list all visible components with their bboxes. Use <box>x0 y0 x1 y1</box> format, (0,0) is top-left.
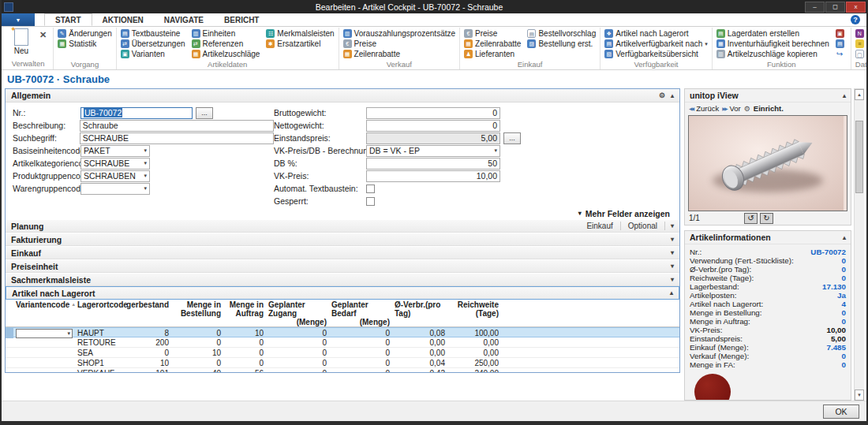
vk-preis-db-berechnung-select[interactable]: DB = VK - EP▾ <box>366 145 500 157</box>
show-more-fields-link[interactable]: ▾ Mehr Felder anzeigen <box>6 207 679 219</box>
rotate-left-button[interactable]: ↺ <box>744 213 758 224</box>
ok-button[interactable]: OK <box>823 404 859 419</box>
reichweite-cell[interactable]: 0,00 <box>447 349 501 357</box>
ribbon-button[interactable]: ♟Lieferanten <box>464 49 521 59</box>
automat-textbaustein-checkbox[interactable] <box>366 185 375 193</box>
geplanter-zugang-cell[interactable]: 0 <box>266 369 329 373</box>
nr-lookup-button[interactable]: ... <box>196 107 213 119</box>
scroll-down-icon[interactable]: ▼ <box>855 390 864 401</box>
table-row[interactable]: ▾ SHOP1 10 0 0 0 0 0,04 250,00 <box>6 358 679 368</box>
lagerbestand-cell[interactable]: 0 <box>127 349 171 357</box>
geplanter-bedarf-cell[interactable]: 0 <box>329 329 392 337</box>
variantencode-cell[interactable]: ▾ <box>13 359 75 368</box>
scrollbar-thumb[interactable] <box>855 121 863 193</box>
nettogewicht-field[interactable]: 0 <box>366 120 500 132</box>
ribbon-button[interactable]: ▤Bestellvorschlag <box>527 28 596 39</box>
verbrauch-pro-tag-cell[interactable]: 0,00 <box>392 349 447 357</box>
info-value[interactable]: 10,00 <box>826 326 846 334</box>
geplanter-zugang-cell[interactable]: 0 <box>266 338 329 347</box>
ribbon-button[interactable]: ⇄Übersetzungen <box>121 39 185 49</box>
ribbon-button[interactable]: ▦Zeilenrabatte <box>464 39 521 49</box>
lagerbestand-cell[interactable]: 10 <box>127 359 171 367</box>
new-button[interactable]: ✦ Neu <box>9 28 33 58</box>
column-header[interactable]: Menge in Bestellung <box>171 300 223 318</box>
bruttogewicht-field[interactable]: 0 <box>366 107 500 119</box>
ribbon-button[interactable]: ▤Lagerdaten erstellen <box>716 28 829 39</box>
ribbon-button[interactable]: ▤ <box>836 39 847 49</box>
info-value[interactable]: 4 <box>842 300 846 308</box>
forward-button[interactable]: Vor <box>730 104 741 113</box>
info-value[interactable]: 0 <box>842 265 846 274</box>
lagerbestand-cell[interactable]: 101 <box>127 369 171 373</box>
menge-in-bestellung-cell[interactable]: 0 <box>171 329 223 337</box>
fasttab-header[interactable]: Sachmerkmalsleiste ▾ <box>6 273 679 286</box>
info-value[interactable]: 5,00 <box>831 334 846 343</box>
info-value[interactable]: 0 <box>842 274 846 282</box>
nr-field[interactable]: UB-70072 <box>80 107 193 119</box>
ribbon-button[interactable]: ▥Artikelzuschläge kopieren <box>716 49 829 59</box>
reichweite-cell[interactable]: 240,00 <box>447 369 501 373</box>
geplanter-bedarf-cell[interactable]: 0 <box>329 349 392 357</box>
column-header[interactable]: Variantencode▲ <box>13 300 75 309</box>
column-header[interactable]: Ø-Verbr.(pro Tag) <box>392 300 447 318</box>
fasttab-allgemein-header[interactable]: Allgemein ⚙ ▴ <box>6 89 679 103</box>
beschreibung-field[interactable]: Schraube <box>80 120 274 132</box>
vk-preis-field[interactable]: 10,00 <box>366 170 500 182</box>
ribbon-button[interactable]: NOneNote <box>855 28 866 39</box>
fasttab-header[interactable]: Preiseinheit ▾ <box>6 259 679 273</box>
ribbon-button[interactable]: ▥Vorauszahlungsprozentsätze <box>343 28 455 39</box>
info-value[interactable]: 0 <box>842 352 846 360</box>
info-value[interactable]: 7.485 <box>826 343 846 352</box>
geplanter-bedarf-cell[interactable]: 0 <box>329 359 392 367</box>
ribbon-button[interactable]: ▨Bestellung erst. <box>527 39 596 49</box>
menge-in-auftrag-cell[interactable]: 10 <box>223 329 266 337</box>
geplanter-zugang-cell[interactable]: 0 <box>266 359 329 367</box>
fasttab-header[interactable]: Einkauf ▾ <box>6 246 679 259</box>
ribbon-button[interactable]: ▥Einheiten <box>192 28 260 39</box>
row-selector[interactable] <box>6 348 13 358</box>
verbrauch-pro-tag-cell[interactable]: 0,00 <box>392 338 447 347</box>
ribbon-button[interactable]: ▤Artikelverfügbarkeit nach▾ <box>604 39 708 49</box>
db-prozent-field[interactable]: 50 <box>366 158 500 170</box>
info-value[interactable]: 17.130 <box>822 282 846 291</box>
ribbon-tab[interactable]: AKTIONEN <box>92 13 154 26</box>
table-row[interactable]: ▾ RETOURE 200 0 0 0 0 0,00 0,00 <box>6 337 679 348</box>
geplanter-bedarf-cell[interactable]: 0 <box>329 338 392 347</box>
ribbon-tab[interactable]: START <box>44 13 92 26</box>
ribbon-button[interactable]: ☷Merkmalsleisten <box>266 28 334 39</box>
fasttab-artikel-nach-lagerort-header[interactable]: Artikel nach Lagerort ▴ <box>6 286 679 300</box>
info-value[interactable]: UB-70072 <box>810 248 846 256</box>
ribbon-button[interactable]: €Preise <box>464 28 521 39</box>
geplanter-zugang-cell[interactable]: 0 <box>266 329 329 337</box>
artikelinformationen-header[interactable]: Artikelinformationen ▴ <box>685 231 851 244</box>
back-button[interactable]: Zurück <box>696 104 719 113</box>
menge-in-bestellung-cell[interactable]: 0 <box>171 338 223 347</box>
artikelkategoriencode-select[interactable]: SCHRAUBE▾ <box>80 158 150 170</box>
iview-header[interactable]: unitop iView ▴ <box>685 89 851 103</box>
table-row[interactable]: ▾ SEA 0 10 0 0 0 0,00 0,00 <box>6 348 679 358</box>
menge-in-bestellung-cell[interactable]: 10 <box>171 349 223 357</box>
ribbon-button[interactable]: ≡Notizen <box>855 39 866 49</box>
fasttab-header[interactable]: Fakturierung ▾ <box>6 233 679 246</box>
row-selector[interactable] <box>6 337 13 348</box>
ribbon-button[interactable]: ⇄Referenzen <box>192 39 260 49</box>
vertical-scrollbar[interactable]: ▲ ▼ <box>854 88 864 401</box>
reichweite-cell[interactable]: 0,00 <box>447 338 501 347</box>
menge-in-bestellung-cell[interactable]: 0 <box>171 359 223 367</box>
minimize-button[interactable]: – <box>805 2 825 13</box>
setup-gear-icon[interactable]: ⚙ <box>744 105 750 113</box>
menge-in-auftrag-cell[interactable]: 56 <box>223 369 266 373</box>
variantencode-cell[interactable]: ▾ <box>13 329 75 338</box>
row-selector[interactable] <box>6 358 13 368</box>
column-header[interactable]: Menge in Auftrag <box>223 300 266 318</box>
info-value[interactable]: Ja <box>837 291 846 300</box>
ribbon-button[interactable]: ▢Links <box>855 49 866 59</box>
setup-button[interactable]: Einricht. <box>754 104 784 113</box>
lagerbestand-cell[interactable]: 200 <box>127 338 171 347</box>
einstandspreis-lookup-button[interactable]: ... <box>503 132 521 144</box>
ribbon-button[interactable]: ✎Änderungen <box>58 28 112 39</box>
info-value[interactable]: 0 <box>842 360 846 369</box>
back-icon[interactable]: ◀◀ <box>689 106 693 111</box>
reichweite-cell[interactable]: 250,00 <box>447 359 501 367</box>
menge-in-auftrag-cell[interactable]: 0 <box>223 349 266 357</box>
